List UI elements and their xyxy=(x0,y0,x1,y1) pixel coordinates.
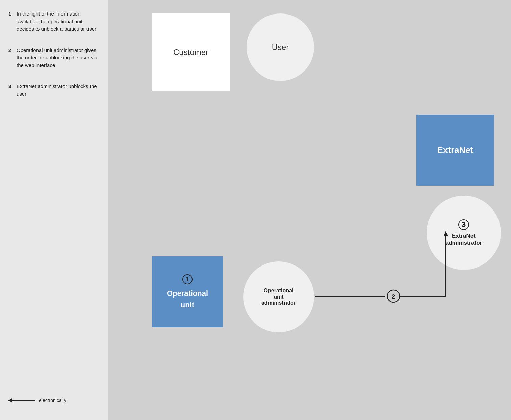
user-shape: User xyxy=(247,13,314,81)
op-unit-number: 1 xyxy=(182,274,193,284)
step-2: 2 Operational unit administrator gives t… xyxy=(8,47,100,69)
arrow-left-icon xyxy=(8,400,35,401)
step-2-text: Operational unit administrator gives the… xyxy=(17,47,100,69)
op-admin-shape: Operational unit administrator xyxy=(243,261,314,332)
steps-list: 1 In the light of the information availa… xyxy=(8,10,100,98)
step-3: 3 ExtraNet administrator unblocks the us… xyxy=(8,83,100,98)
svg-text:2: 2 xyxy=(392,293,395,300)
extranet-admin-label2: administrator xyxy=(445,240,482,246)
op-admin-label1: Operational xyxy=(264,288,294,294)
customer-shape: Customer xyxy=(152,13,230,91)
op-unit-label1: Operational xyxy=(167,289,208,298)
extranet-admin-label1: ExtraNet xyxy=(452,233,476,240)
user-label: User xyxy=(272,43,289,52)
step-3-text: ExtraNet administrator unblocks the user xyxy=(17,83,100,98)
extranet-shape: ExtraNet xyxy=(416,115,494,186)
extranet-label: ExtraNet xyxy=(437,145,474,156)
step-1: 1 In the light of the information availa… xyxy=(8,10,100,33)
op-admin-label3: administrator xyxy=(261,300,296,306)
op-admin-label2: unit xyxy=(274,294,283,300)
step-3-number: 3 xyxy=(8,83,14,98)
step-1-number: 1 xyxy=(8,10,14,33)
step-2-number: 2 xyxy=(8,47,14,69)
left-panel: 1 In the light of the information availa… xyxy=(0,0,108,420)
op-unit-shape: 1 Operational unit xyxy=(152,256,223,327)
diagram-area: Customer User ExtraNet 3 ExtraNet admini… xyxy=(108,0,511,420)
svg-point-1 xyxy=(387,290,400,302)
extranet-admin-number: 3 xyxy=(458,219,469,230)
legend-label: electronically xyxy=(39,398,66,403)
legend: electronically xyxy=(8,398,100,403)
extranet-admin-shape: 3 ExtraNet administrator xyxy=(427,196,501,270)
customer-label: Customer xyxy=(173,48,208,57)
op-unit-label2: unit xyxy=(181,301,194,309)
step-1-text: In the light of the information availabl… xyxy=(17,10,100,33)
